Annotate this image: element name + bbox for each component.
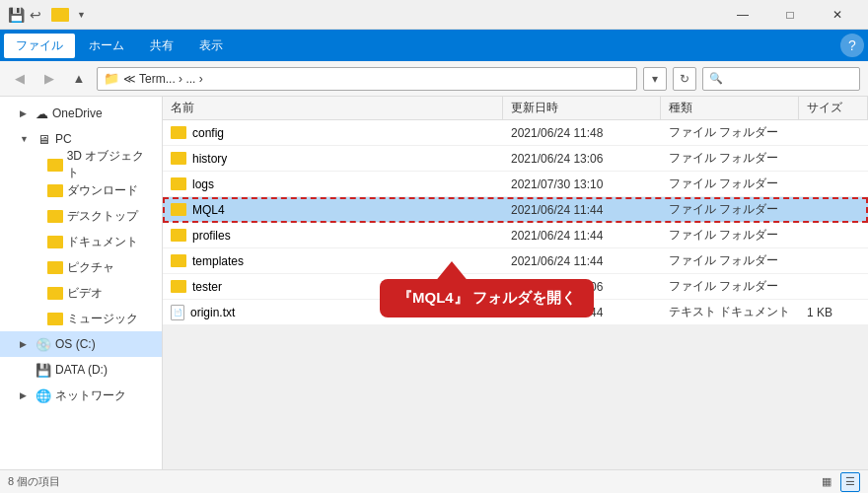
file-size	[799, 223, 868, 247]
file-type: ファイル フォルダー	[661, 274, 799, 299]
sidebar-item-documents[interactable]: ドキュメント	[0, 229, 162, 254]
table-row[interactable]: config 2021/06/24 11:48 ファイル フォルダー	[163, 120, 868, 146]
sidebar-item-3d[interactable]: 3D オブジェクト	[0, 152, 162, 177]
sidebar-item-music[interactable]: ミュージック	[0, 306, 162, 331]
file-name: templates	[192, 254, 244, 268]
refresh-button[interactable]: ↻	[673, 67, 696, 91]
table-row[interactable]: history 2021/06/24 13:06 ファイル フォルダー	[163, 146, 868, 172]
table-row[interactable]: 📄 origin.txt 2021/06/24 11:44 テキスト ドキュメン…	[163, 300, 868, 325]
header-size[interactable]: サイズ	[799, 97, 868, 119]
search-field[interactable]: 🔍	[702, 67, 860, 91]
file-type: テキスト ドキュメント	[661, 300, 799, 324]
tab-share[interactable]: 共有	[138, 34, 185, 58]
table-row[interactable]: templates 2021/06/24 11:44 ファイル フォルダー	[163, 248, 868, 274]
address-dropdown-button[interactable]: ▾	[643, 67, 667, 91]
table-row[interactable]: profiles 2021/06/24 11:44 ファイル フォルダー	[163, 223, 868, 248]
tab-home[interactable]: ホーム	[77, 34, 136, 58]
main-area: ▶ ☁ OneDrive ▼ 🖥 PC 3D オブジェクト ダウンロード デスク…	[0, 97, 868, 469]
sidebar-label-pc: PC	[55, 132, 72, 146]
sidebar-label-desktop: デスクトップ	[67, 208, 138, 225]
table-row[interactable]: tester 2021/06/24 13:06 ファイル フォルダー	[163, 274, 868, 300]
forward-button[interactable]: ▶	[37, 67, 61, 91]
file-date: 2021/07/30 13:10	[503, 172, 661, 196]
file-name-txt: origin.txt	[190, 306, 235, 319]
folder-icon-desktop	[47, 210, 63, 223]
file-date: 2021/06/24 11:48	[503, 120, 661, 145]
help-button[interactable]: ?	[840, 34, 864, 57]
file-type: ファイル フォルダー	[661, 146, 799, 171]
file-name-cell: logs	[163, 172, 503, 196]
header-name[interactable]: 名前	[163, 97, 503, 119]
folder-icon	[171, 254, 186, 267]
sidebar-item-datadrive[interactable]: 💾 DATA (D:)	[0, 357, 162, 383]
sidebar-label-onedrive: OneDrive	[52, 106, 103, 120]
minimize-button[interactable]: —	[720, 0, 765, 30]
sidebar: ▶ ☁ OneDrive ▼ 🖥 PC 3D オブジェクト ダウンロード デスク…	[0, 97, 163, 469]
folder-icon	[171, 229, 186, 242]
file-name-cell-mql4: MQL4	[163, 197, 503, 222]
file-name-cell: tester	[163, 274, 503, 299]
tab-view[interactable]: 表示	[187, 34, 235, 58]
address-crumb: 📁 ≪ Term... › ... ›	[104, 71, 203, 86]
tab-file[interactable]: ファイル	[4, 34, 75, 58]
file-type: ファイル フォルダー	[661, 223, 799, 247]
dropdown-arrow-icon[interactable]: ▼	[77, 10, 86, 20]
title-bar: 💾 ↩ ▼ — □ ✕	[0, 0, 868, 30]
file-list: 名前 更新日時 種類 サイズ config 2021/06/24 11:48 フ…	[163, 97, 868, 325]
view-list-button[interactable]: ☰	[840, 472, 860, 492]
file-date-mql4: 2021/06/24 11:44	[503, 197, 661, 222]
address-field[interactable]: 📁 ≪ Term... › ... ›	[97, 67, 637, 91]
folder-icon	[171, 126, 186, 139]
file-name: tester	[192, 280, 222, 294]
status-bar: 8 個の項目 ▦ ☰	[0, 469, 868, 493]
save-icon: 💾	[8, 7, 24, 23]
sidebar-label-music: ミュージック	[67, 311, 138, 327]
onedrive-icon: ☁	[36, 106, 48, 121]
sidebar-label-downloads: ダウンロード	[67, 182, 138, 199]
file-name-cell: profiles	[163, 223, 503, 247]
folder-icon-pictures	[47, 261, 63, 274]
file-name-cell-txt: 📄 origin.txt	[163, 300, 503, 324]
maximize-button[interactable]: □	[767, 0, 813, 30]
sidebar-item-osdrive[interactable]: ▶ 💿 OS (C:)	[0, 331, 162, 357]
folder-icon-mql4	[171, 203, 186, 216]
view-grid-button[interactable]: ▦	[817, 472, 836, 492]
header-type[interactable]: 種類	[661, 97, 799, 119]
drive-d-icon: 💾	[36, 363, 51, 378]
file-date: 2021/06/24 11:44	[503, 248, 661, 273]
folder-icon-videos	[47, 287, 63, 300]
table-row[interactable]: logs 2021/07/30 13:10 ファイル フォルダー	[163, 172, 868, 197]
sidebar-label-documents: ドキュメント	[67, 234, 138, 250]
sidebar-item-network[interactable]: ▶ 🌐 ネットワーク	[0, 383, 162, 408]
back-button[interactable]: ◀	[8, 67, 32, 91]
file-type-mql4: ファイル フォルダー	[661, 197, 799, 222]
file-date: 2021/06/24 13:06	[503, 274, 661, 299]
sidebar-item-onedrive[interactable]: ▶ ☁ OneDrive	[0, 101, 162, 126]
chevron-icon-pc: ▼	[20, 134, 32, 144]
chevron-icon: ▶	[20, 108, 32, 118]
sidebar-label-pictures: ピクチャ	[67, 259, 114, 276]
folder-icon-3d	[47, 159, 63, 172]
sidebar-item-videos[interactable]: ビデオ	[0, 280, 162, 306]
title-bar-icons: 💾 ↩ ▼	[8, 7, 86, 23]
file-name: logs	[192, 177, 214, 191]
file-size	[799, 120, 868, 145]
folder-icon-documents	[47, 236, 63, 248]
table-row-mql4[interactable]: MQL4 2021/06/24 11:44 ファイル フォルダー	[163, 197, 868, 223]
close-button[interactable]: ✕	[815, 0, 860, 30]
sidebar-label-3d: 3D オブジェクト	[67, 148, 154, 181]
up-button[interactable]: ▲	[67, 67, 91, 91]
file-size: 1 KB	[799, 300, 868, 324]
file-size	[799, 274, 868, 299]
folder-icon	[171, 280, 186, 293]
chevron-icon-network: ▶	[20, 390, 32, 400]
sidebar-item-desktop[interactable]: デスクトップ	[0, 203, 162, 229]
sidebar-item-downloads[interactable]: ダウンロード	[0, 177, 162, 203]
header-date[interactable]: 更新日時	[503, 97, 661, 119]
file-name: profiles	[192, 229, 231, 243]
folder-title-icon	[51, 8, 69, 22]
file-list-container: 名前 更新日時 種類 サイズ config 2021/06/24 11:48 フ…	[163, 97, 868, 469]
file-size	[799, 248, 868, 273]
file-date: 2021/06/24 13:06	[503, 146, 661, 171]
sidebar-item-pictures[interactable]: ピクチャ	[0, 254, 162, 280]
